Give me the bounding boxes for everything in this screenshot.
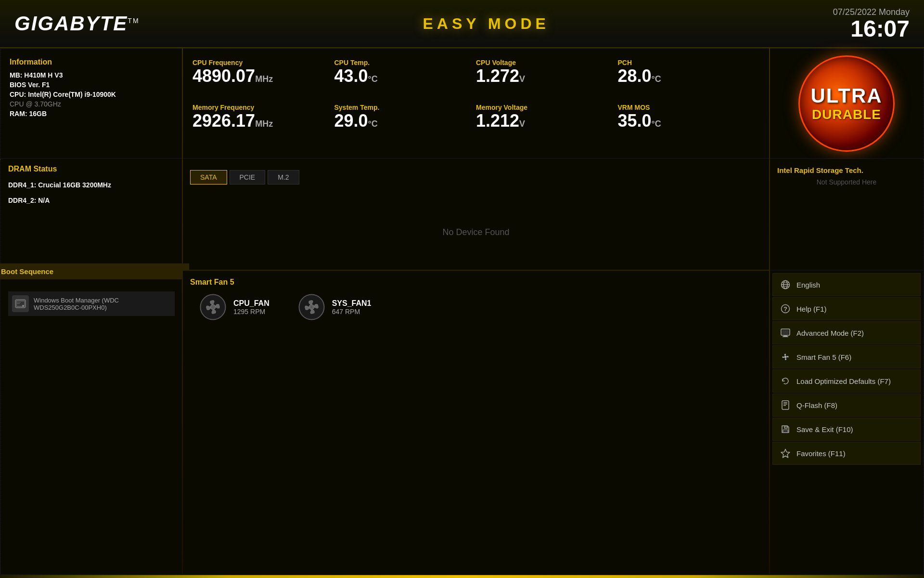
metric-cpu-temp: CPU Temp. 43.0°C [334,59,476,104]
boot-item-0: Windows Boot Manager (WDC WDS250G2B0C-00… [8,291,175,316]
dram-panel: DRAM Status DDR4_1: Crucial 16GB 3200MHz… [1,159,182,270]
advanced-mode-button[interactable]: Advanced Mode (F2) [772,321,921,344]
load-defaults-button[interactable]: Load Optimized Defaults (F7) [772,369,921,393]
hdd-icon [12,295,29,312]
metric-mem-volt-value: 1.212V [476,112,618,130]
info-mb: MB: H410M H V3 [10,71,173,79]
title-area: EASY MODE [154,15,819,33]
boot-title: Boot Sequence [0,263,189,279]
irst-panel: Intel Rapid Storage Tech. Not Supported … [770,159,923,270]
svg-rect-4 [17,303,20,304]
metric-cpu-volt: CPU Voltage 1.272V [476,59,618,104]
svg-rect-26 [783,405,786,406]
info-ram: RAM: 16GB [10,110,173,118]
metric-mem-volt: Memory Voltage 1.212V [476,104,618,148]
ultra-durable-logo: ULTRA DURABLE [798,55,895,152]
save-exit-button[interactable]: Save & Exit (F10) [772,418,921,441]
qflash-label: Q-Flash (F8) [796,401,837,409]
qflash-button[interactable]: Q-Flash (F8) [772,394,921,417]
ultra-durable-panel: ULTRA DURABLE [770,49,923,158]
globe-icon [780,279,791,290]
bottom-accent-bar [0,575,924,578]
fans-row: CPU_FAN 1295 RPM SYS_FAN1 647 RPM [190,294,762,320]
sys-fan-icon [298,294,325,320]
storage-content: No Device Found [183,195,769,270]
metric-mem-freq: Memory Frequency 2926.17MHz [192,104,334,148]
question-icon: ? [780,303,791,314]
favorites-label: Favorites (F11) [796,449,846,458]
load-defaults-label: Load Optimized Defaults (F7) [796,377,891,385]
svg-point-10 [310,306,313,309]
svg-point-2 [22,305,24,307]
fan-icon [780,352,791,362]
metric-cpu-volt-value: 1.272V [476,67,618,85]
dram-panel-title: DRAM Status [1,159,182,177]
star-icon [780,448,791,459]
language-label: English [796,281,820,289]
metric-mem-freq-value: 2926.17MHz [192,112,334,130]
reset-icon [780,376,791,386]
info-cpu-speed: CPU @ 3.70GHz [10,100,173,108]
easy-mode-title: EASY MODE [154,15,819,33]
cpu-fan-icon [200,294,226,320]
info-panel: Information MB: H410M H V3 BIOS Ver. F1 … [1,49,182,158]
smart-fan-panel: Smart Fan 5 CPU_FAN 1295 RPM [183,271,769,574]
datetime-time: 16:07 [833,17,910,40]
boot-device-name: Windows Boot Manager (WDC WDS250G2B0C-00… [34,297,119,311]
menu-buttons: English ? Help (F1) Advanced Mode (F2 [770,271,923,574]
info-panel-title: Information [10,58,173,66]
monitor-icon [780,328,791,338]
svg-rect-27 [783,430,788,433]
smart-fan-button[interactable]: Smart Fan 5 (F6) [772,345,921,368]
favorites-button[interactable]: Favorites (F11) [772,442,921,465]
boot-panel: Boot Sequence Windows Boot Manager (WDC … [1,271,182,574]
irst-title: Intel Rapid Storage Tech. [777,166,916,174]
tab-m2[interactable]: M.2 [268,170,299,184]
flash-icon [780,400,791,410]
svg-rect-3 [17,302,21,303]
dram-slot1: DDR4_1: Crucial 16GB 3200MHz [1,177,182,195]
sys-fan-name: SYS_FAN1 [332,299,372,308]
sys-fan-rpm: 647 RPM [332,308,372,315]
tab-pcie[interactable]: PCIE [230,170,266,184]
irst-status: Not Supported Here [777,178,916,186]
fan-item-sys: SYS_FAN1 647 RPM [298,294,372,320]
metrics-panel: CPU Frequency 4890.07MHz CPU Temp. 43.0°… [183,49,769,158]
svg-rect-24 [783,402,787,403]
metric-sys-temp: System Temp. 29.0°C [334,104,476,148]
language-button[interactable]: English [772,273,921,296]
info-cpu: CPU: Intel(R) Core(TM) i9-10900K [10,91,173,98]
boot-items: Windows Boot Manager (WDC WDS250G2B0C-00… [1,284,182,321]
svg-rect-25 [783,404,787,405]
metric-vrm-value: 35.0°C [618,112,760,130]
logo-area: GIGABYTETM [0,12,154,35]
gigabyte-logo: GIGABYTETM [14,12,140,35]
menu-panel: English ? Help (F1) Advanced Mode (F2 [770,271,923,574]
durable-text: DURABLE [812,107,881,122]
storage-tabs-panel: SATA PCIE M.2 [183,159,769,195]
cpu-fan-rpm: 1295 RPM [233,308,270,315]
help-button[interactable]: ? Help (F1) [772,297,921,320]
ultra-text: ULTRA [810,85,882,107]
save-exit-label: Save & Exit (F10) [796,425,853,434]
svg-rect-21 [782,330,789,334]
smart-fan-title: Smart Fan 5 [190,278,762,287]
fan-item-cpu: CPU_FAN 1295 RPM [200,294,270,320]
cpu-fan-info: CPU_FAN 1295 RPM [233,299,270,315]
no-device-message: No Device Found [183,227,769,237]
svg-text:?: ? [783,305,787,313]
info-bios: BIOS Ver. F1 [10,81,173,89]
datetime-area: 07/25/2022 Monday 16:07 [819,7,924,40]
smart-fan-label: Smart Fan 5 (F6) [796,353,851,361]
metric-pch-value: 28.0°C [618,67,760,85]
dram-slot2: DDR4_2: N/A [1,195,182,208]
metric-cpu-freq: CPU Frequency 4890.07MHz [192,59,334,104]
svg-point-22 [784,356,787,358]
cpu-fan-name: CPU_FAN [233,299,270,308]
help-label: Help (F1) [796,305,827,313]
metric-cpu-temp-value: 43.0°C [334,67,476,85]
metric-cpu-freq-value: 4890.07MHz [192,67,334,85]
tab-sata[interactable]: SATA [190,170,227,184]
metric-sys-temp-value: 29.0°C [334,112,476,130]
sys-fan-info: SYS_FAN1 647 RPM [332,299,372,315]
